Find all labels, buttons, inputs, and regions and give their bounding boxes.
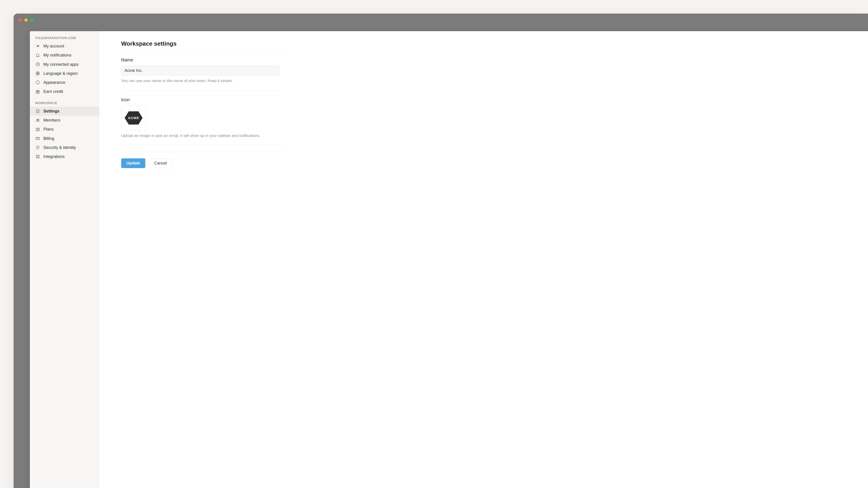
workspace-logo-icon: ACME <box>124 110 143 125</box>
update-button[interactable]: Update <box>121 158 145 168</box>
workspace-icon-picker[interactable]: ACME <box>121 105 146 130</box>
sidebar-item-label: Appearance <box>43 80 65 85</box>
cancel-button[interactable]: Cancel <box>149 158 172 168</box>
action-bar: Update Cancel <box>121 152 284 168</box>
svg-point-2 <box>36 81 39 84</box>
sidebar-item-security-identity[interactable]: Security & identity <box>30 143 99 152</box>
svg-point-5 <box>37 119 38 120</box>
name-label: Name <box>121 57 279 63</box>
sidebar-item-my-account[interactable]: 🐨 My account <box>30 41 99 51</box>
link-out-icon <box>35 62 40 67</box>
sidebar-item-label: Earn credit <box>43 89 63 94</box>
divider <box>121 51 284 52</box>
sidebar-item-my-connected-apps[interactable]: My connected apps <box>30 60 99 69</box>
icon-section: Icon ACME Upload an image or pick an emo… <box>121 97 279 146</box>
page-title: Workspace settings <box>121 40 284 47</box>
globe-icon <box>35 71 40 76</box>
sidebar-item-integrations[interactable]: Integrations <box>30 152 99 161</box>
svg-point-6 <box>38 119 39 120</box>
name-help-text: You can use your name or the name of you… <box>121 78 279 84</box>
sidebar-item-plans[interactable]: Plans <box>30 125 99 134</box>
avatar-icon: 🐨 <box>35 43 40 48</box>
gift-icon <box>35 89 40 94</box>
sidebar-workspace-header: WORKSPACE <box>30 101 99 107</box>
credit-card-icon <box>35 136 40 141</box>
sidebar-item-language-region[interactable]: Language & region <box>30 69 99 78</box>
sidebar-item-earn-credit[interactable]: Earn credit <box>30 87 99 96</box>
content: Workspace settings Name You can use your… <box>99 31 868 488</box>
svg-rect-11 <box>38 157 39 158</box>
sidebar-item-label: Settings <box>43 108 59 114</box>
sidebar-item-label: My notifications <box>43 53 71 58</box>
sidebar-item-label: My account <box>43 43 64 49</box>
app-window: FIG@MAKENOTION.COM 🐨 My account My notif… <box>13 13 868 488</box>
minimize-window-icon[interactable] <box>24 19 28 22</box>
svg-rect-7 <box>36 137 39 140</box>
settings-modal: FIG@MAKENOTION.COM 🐨 My account My notif… <box>30 31 868 488</box>
svg-rect-9 <box>38 155 39 156</box>
grid-icon <box>35 154 40 159</box>
sidebar-item-label: Members <box>43 118 60 123</box>
traffic-lights <box>19 19 33 22</box>
sidebar-item-label: Security & identity <box>43 145 76 150</box>
sidebar-item-billing[interactable]: Billing <box>30 134 99 143</box>
sidebar-item-label: Billing <box>43 136 54 141</box>
name-section: Name You can use your name or the name o… <box>121 57 279 91</box>
moon-icon <box>35 80 40 85</box>
shield-icon <box>35 145 40 150</box>
sidebar-item-settings[interactable]: Settings <box>30 107 99 116</box>
sidebar-item-members[interactable]: Members <box>30 116 99 125</box>
sidebar-item-label: Plans <box>43 127 54 132</box>
icon-label: Icon <box>121 97 279 102</box>
sidebar-item-label: Language & region <box>43 71 78 76</box>
close-window-icon[interactable] <box>19 19 22 22</box>
sidebar: FIG@MAKENOTION.COM 🐨 My account My notif… <box>30 31 99 488</box>
svg-rect-10 <box>36 157 37 158</box>
sidebar-item-appearance[interactable]: Appearance <box>30 78 99 87</box>
sidebar-item-label: My connected apps <box>43 62 79 67</box>
bell-icon <box>35 53 40 58</box>
building-icon <box>35 109 40 113</box>
workspace-logo-text: ACME <box>128 116 139 120</box>
icon-help-text: Upload an image or pick an emoji. It wil… <box>121 133 279 139</box>
people-icon <box>35 118 40 123</box>
map-icon <box>35 127 40 132</box>
workspace-name-input[interactable] <box>121 66 279 75</box>
sidebar-account-header: FIG@MAKENOTION.COM <box>30 36 99 41</box>
zoom-window-icon[interactable] <box>30 19 33 22</box>
sidebar-item-my-notifications[interactable]: My notifications <box>30 51 99 60</box>
svg-rect-8 <box>36 155 37 156</box>
sidebar-item-label: Integrations <box>43 154 65 159</box>
svg-rect-4 <box>36 109 39 112</box>
